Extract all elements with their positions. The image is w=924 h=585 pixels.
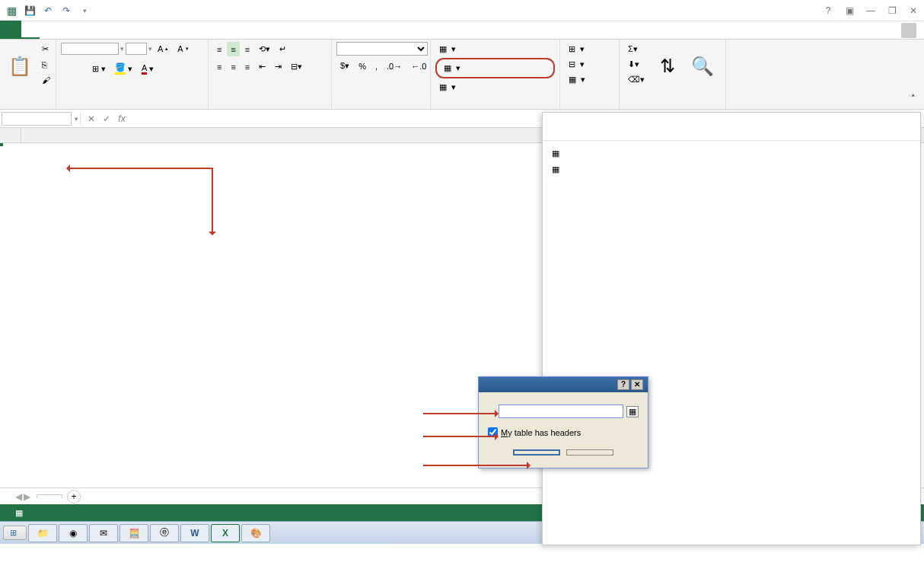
align-left-button[interactable]: ≡ bbox=[213, 59, 225, 74]
orientation-button[interactable]: ⟲▾ bbox=[255, 42, 274, 56]
font-color-button[interactable]: A▾ bbox=[138, 61, 158, 77]
delete-cells-button[interactable]: ⊟▾ bbox=[565, 57, 614, 72]
excel-task-icon[interactable]: X bbox=[211, 524, 240, 542]
macro-record-icon[interactable]: ▦ bbox=[15, 508, 23, 518]
range-input[interactable] bbox=[499, 404, 623, 418]
accounting-button[interactable]: $▾ bbox=[336, 59, 353, 73]
tab-formulas[interactable] bbox=[76, 33, 94, 39]
prev-sheet-icon[interactable]: ◀ bbox=[15, 491, 22, 502]
align-top-button[interactable]: ≡ bbox=[213, 42, 225, 56]
format-cells-button[interactable]: ▦▾ bbox=[565, 72, 614, 87]
align-right-button[interactable]: ≡ bbox=[241, 59, 253, 74]
number-format-select[interactable] bbox=[336, 42, 428, 56]
ie-task-icon[interactable]: ⓔ bbox=[150, 524, 179, 542]
format-painter-button[interactable]: 🖌 bbox=[38, 73, 54, 87]
dialog-help-button[interactable]: ? bbox=[617, 379, 629, 390]
tab-view[interactable] bbox=[131, 33, 149, 39]
increase-indent-button[interactable]: ⇥ bbox=[271, 59, 285, 74]
redo-icon[interactable]: ↷ bbox=[58, 2, 75, 19]
excel-icon[interactable]: ▦ bbox=[3, 2, 20, 19]
fill-button[interactable]: ⬇▾ bbox=[624, 57, 648, 72]
signin[interactable] bbox=[898, 23, 916, 38]
cond-fmt-icon: ▦ bbox=[439, 44, 447, 54]
tab-review[interactable] bbox=[113, 33, 131, 39]
word-task-icon[interactable]: W bbox=[180, 524, 209, 542]
name-box[interactable] bbox=[2, 112, 72, 126]
borders-button[interactable]: ⊞▾ bbox=[88, 62, 110, 76]
sheet-tab-master[interactable] bbox=[37, 494, 62, 498]
chevron-down-icon[interactable]: ▾ bbox=[73, 115, 80, 123]
minimize-icon[interactable]: — bbox=[863, 3, 878, 18]
start-button[interactable]: ⊞ bbox=[3, 526, 27, 540]
increase-font-button[interactable]: A▴ bbox=[154, 42, 172, 56]
next-sheet-icon[interactable]: ▶ bbox=[24, 491, 30, 502]
conditional-formatting-button[interactable]: ▦▾ bbox=[435, 42, 555, 56]
chevron-down-icon[interactable]: ▾ bbox=[120, 45, 124, 53]
increase-decimal-button[interactable]: .0→ bbox=[383, 59, 406, 73]
cancel-button[interactable] bbox=[566, 449, 613, 456]
paint-task-icon[interactable]: 🎨 bbox=[241, 524, 270, 542]
explorer-task-icon[interactable]: 📁 bbox=[28, 524, 57, 542]
comma-button[interactable]: , bbox=[371, 59, 381, 73]
align-middle-button[interactable]: ≡ bbox=[227, 42, 239, 56]
selection-border bbox=[0, 143, 3, 146]
merge-center-button[interactable]: ⊟▾ bbox=[287, 59, 306, 74]
new-table-style-button[interactable]: ▦ bbox=[550, 145, 913, 161]
dialog-title-bar[interactable]: ? ✕ bbox=[479, 377, 648, 392]
new-pivot-style-button[interactable]: ▦ bbox=[550, 161, 913, 177]
calculator-task-icon[interactable]: 🧮 bbox=[119, 524, 148, 542]
insert-cells-button[interactable]: ⊞▾ bbox=[565, 42, 614, 56]
percent-button[interactable]: % bbox=[355, 59, 370, 73]
align-bottom-button[interactable]: ≡ bbox=[241, 42, 253, 56]
outlook-task-icon[interactable]: ✉ bbox=[89, 524, 118, 542]
tab-developer[interactable] bbox=[149, 33, 167, 39]
chevron-down-icon[interactable]: ▾ bbox=[148, 45, 152, 53]
help-icon[interactable]: ? bbox=[820, 3, 836, 18]
cut-button[interactable]: ✂ bbox=[38, 42, 54, 56]
save-icon[interactable]: 💾 bbox=[21, 2, 38, 19]
paste-button[interactable]: 📋 bbox=[5, 42, 35, 92]
chrome-task-icon[interactable]: ◉ bbox=[59, 524, 88, 542]
font-size-input[interactable] bbox=[126, 43, 147, 55]
find-select-button[interactable]: 🔍 bbox=[687, 42, 718, 92]
tab-file[interactable] bbox=[0, 21, 21, 39]
collapse-ribbon-button[interactable]: ˄ bbox=[907, 91, 919, 106]
fx-icon[interactable]: fx bbox=[114, 113, 129, 124]
tab-insert[interactable] bbox=[40, 33, 58, 39]
decrease-indent-button[interactable]: ⇤ bbox=[255, 59, 269, 74]
font-name-input[interactable] bbox=[61, 43, 119, 55]
group-styles: ▦▾ ▦▾ ▦▾ bbox=[431, 40, 560, 109]
fill-color-button[interactable]: 🪣▾ bbox=[111, 60, 136, 77]
select-all-corner[interactable] bbox=[0, 128, 21, 142]
ribbon-options-icon[interactable]: ▣ bbox=[842, 3, 857, 18]
copy-button[interactable]: ⎘ bbox=[38, 58, 54, 72]
format-as-table-button[interactable]: ▦▾ bbox=[440, 61, 550, 75]
sort-filter-button[interactable]: ⇅ bbox=[652, 42, 683, 92]
ok-button[interactable] bbox=[513, 449, 560, 456]
decrease-decimal-button[interactable]: ←.0 bbox=[407, 59, 430, 73]
tab-page-layout[interactable] bbox=[58, 33, 76, 39]
bold-button[interactable] bbox=[61, 66, 69, 71]
tab-acrobat[interactable] bbox=[167, 33, 186, 39]
range-picker-icon[interactable]: ▦ bbox=[626, 406, 639, 417]
cell-styles-button[interactable]: ▦▾ bbox=[435, 80, 555, 94]
headers-checkbox[interactable] bbox=[488, 427, 498, 437]
add-sheet-button[interactable]: + bbox=[67, 490, 81, 503]
undo-icon[interactable]: ↶ bbox=[40, 2, 56, 19]
restore-icon[interactable]: ❐ bbox=[884, 3, 900, 18]
wrap-text-button[interactable]: ↵ bbox=[276, 42, 290, 56]
dialog-close-button[interactable]: ✕ bbox=[631, 379, 643, 390]
align-center-button[interactable]: ≡ bbox=[227, 59, 239, 74]
underline-button[interactable] bbox=[79, 66, 87, 71]
enter-formula-button[interactable]: ✓ bbox=[99, 113, 114, 124]
italic-button[interactable] bbox=[70, 66, 78, 71]
decrease-font-button[interactable]: A▾ bbox=[174, 42, 192, 56]
tab-data[interactable] bbox=[94, 33, 113, 39]
qat-customize-icon[interactable]: ▾ bbox=[76, 2, 93, 19]
autosum-button[interactable]: Σ▾ bbox=[624, 42, 648, 56]
tab-home[interactable] bbox=[21, 31, 40, 39]
cancel-formula-button[interactable]: ✕ bbox=[84, 113, 99, 124]
clear-button[interactable]: ⌫▾ bbox=[624, 72, 648, 87]
close-icon[interactable]: ✕ bbox=[906, 3, 921, 18]
headers-checkbox-label: My table has headers bbox=[501, 428, 581, 437]
